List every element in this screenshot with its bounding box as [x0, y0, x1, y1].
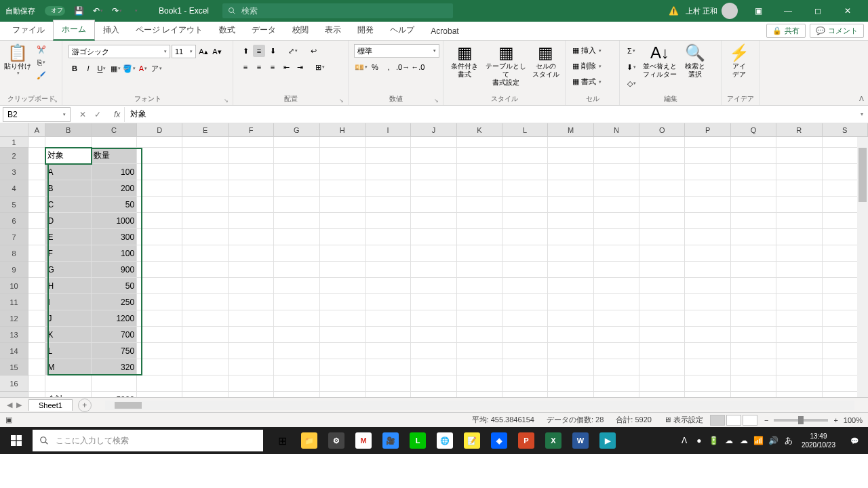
cell[interactable]	[502, 392, 548, 397]
col-header[interactable]: N	[594, 123, 639, 137]
cell[interactable]	[229, 294, 274, 310]
cell[interactable]	[685, 164, 730, 180]
cell[interactable]	[229, 375, 274, 392]
ribbon-display-icon[interactable]: ▣	[743, 0, 773, 22]
cancel-formula-icon[interactable]: ✕	[77, 110, 88, 119]
cell[interactable]	[502, 213, 548, 229]
powerpoint-icon[interactable]: P	[513, 427, 540, 454]
row-header[interactable]: 11	[0, 294, 28, 310]
cell[interactable]	[366, 148, 411, 164]
cell[interactable]	[457, 137, 502, 148]
font-name-select[interactable]: 游ゴシック▾	[68, 45, 170, 58]
minimize-icon[interactable]: —	[773, 0, 803, 22]
cell[interactable]	[457, 375, 502, 392]
cell[interactable]	[457, 392, 502, 397]
cell[interactable]	[776, 229, 822, 245]
cell[interactable]	[137, 180, 182, 197]
cell[interactable]	[229, 262, 274, 278]
cell[interactable]: D	[45, 213, 91, 229]
italic-icon[interactable]: I	[82, 62, 94, 75]
cell[interactable]	[137, 213, 182, 229]
col-header[interactable]: Q	[731, 123, 776, 137]
cell[interactable]	[182, 375, 228, 392]
format-painter-icon[interactable]: 🖌️	[35, 69, 47, 81]
cell[interactable]	[274, 197, 319, 213]
tray-onedrive-icon[interactable]: ☁	[736, 436, 751, 445]
worksheet-grid[interactable]: ABCDEFGHIJKLMNOPQRS 12対象数量3A1004B2005C50…	[0, 123, 868, 397]
cell[interactable]	[548, 392, 593, 397]
cell[interactable]	[366, 197, 411, 213]
cell[interactable]	[685, 245, 730, 262]
cell[interactable]	[457, 164, 502, 180]
cell[interactable]	[731, 229, 776, 245]
cell[interactable]	[502, 278, 548, 294]
cell[interactable]: 320	[92, 359, 137, 375]
cell[interactable]	[28, 294, 45, 310]
record-macro-icon[interactable]: ▣	[5, 415, 12, 424]
cell[interactable]	[28, 375, 45, 392]
display-settings-button[interactable]: 🖥 表示設定	[664, 415, 703, 425]
normal-view-icon[interactable]	[710, 415, 725, 426]
increase-font-icon[interactable]: A▴	[197, 45, 210, 58]
vertical-scrollbar[interactable]	[857, 137, 868, 397]
cell[interactable]	[731, 392, 776, 397]
col-header[interactable]: S	[823, 123, 868, 137]
row-header[interactable]: 13	[0, 327, 28, 343]
cell[interactable]	[28, 229, 45, 245]
tray-icon-1[interactable]: ●	[692, 436, 707, 445]
cell[interactable]	[776, 262, 822, 278]
border-icon[interactable]: ▦▾	[109, 62, 121, 75]
cell[interactable]	[548, 229, 593, 245]
row-header[interactable]: 17	[0, 392, 28, 397]
cell[interactable]	[594, 262, 639, 278]
cell[interactable]	[274, 262, 319, 278]
cell[interactable]	[45, 375, 91, 392]
cell[interactable]: E	[45, 229, 91, 245]
cell[interactable]	[28, 137, 45, 148]
cell[interactable]	[92, 375, 137, 392]
cell[interactable]	[548, 310, 593, 327]
cell[interactable]	[502, 180, 548, 197]
cell[interactable]	[274, 148, 319, 164]
cell[interactable]	[366, 245, 411, 262]
taskbar-search[interactable]: ここに入力して検索	[33, 430, 263, 451]
warning-icon[interactable]: ⚠️	[669, 6, 679, 16]
cell[interactable]	[502, 164, 548, 180]
cell[interactable]	[366, 310, 411, 327]
cell[interactable]: 700	[92, 327, 137, 343]
col-header[interactable]: J	[411, 123, 456, 137]
col-header[interactable]: C	[92, 123, 137, 137]
paste-button[interactable]: 📋貼り付け▾	[3, 42, 33, 77]
cell[interactable]	[594, 180, 639, 197]
number-format-select[interactable]: 標準▾	[354, 44, 439, 58]
cell[interactable]	[548, 262, 593, 278]
col-header[interactable]: L	[502, 123, 548, 137]
conditional-format-button[interactable]: ▦条件付き 書式	[446, 42, 483, 80]
cell[interactable]	[776, 137, 822, 148]
cell[interactable]	[594, 148, 639, 164]
undo-icon[interactable]: ↶▾	[90, 3, 106, 19]
cell[interactable]	[366, 359, 411, 375]
cell[interactable]	[411, 164, 456, 180]
indent-increase-icon[interactable]: ⇥	[294, 61, 306, 73]
wrap-text-icon[interactable]: ↩	[307, 45, 319, 57]
cell[interactable]	[685, 310, 730, 327]
sheet-nav-prev-icon[interactable]: ◀	[7, 401, 12, 409]
tab-校閲[interactable]: 校閲	[284, 21, 317, 40]
merge-icon[interactable]: ⊞▾	[314, 61, 326, 73]
cell[interactable]	[320, 343, 366, 359]
align-launcher[interactable]: ↘	[339, 98, 344, 104]
user-area[interactable]: 上村 正和	[686, 3, 738, 19]
cell[interactable]	[182, 213, 228, 229]
cell[interactable]	[776, 359, 822, 375]
cell[interactable]	[320, 197, 366, 213]
delete-cells-button[interactable]: ▦ 削除 ▾	[571, 60, 603, 72]
row-header[interactable]: 14	[0, 343, 28, 359]
cell[interactable]	[182, 359, 228, 375]
expand-formula-bar-icon[interactable]: ▾	[856, 111, 868, 117]
notes-icon[interactable]: 📝	[458, 427, 486, 454]
cell[interactable]	[320, 294, 366, 310]
cell[interactable]	[594, 213, 639, 229]
page-break-view-icon[interactable]	[743, 415, 757, 426]
zoom-level[interactable]: 100%	[844, 416, 863, 424]
